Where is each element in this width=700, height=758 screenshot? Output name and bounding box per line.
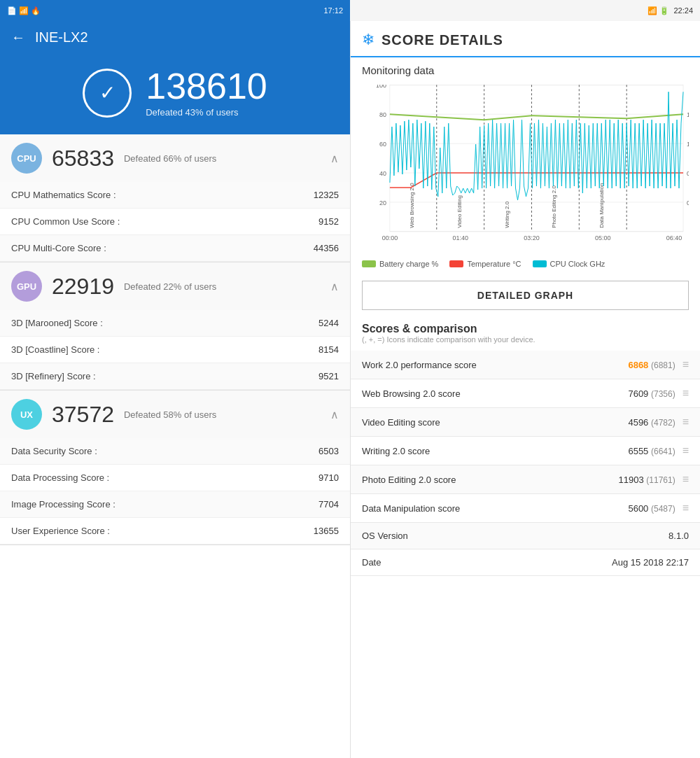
- info-row-os: OS Version 8.1.0: [351, 523, 700, 549]
- equals-icon: ≡: [682, 502, 689, 514]
- table-row: 3D [Coastline] Score : 8154: [0, 337, 350, 363]
- web-score-number: 7609: [628, 388, 648, 399]
- equals-icon: ≡: [682, 387, 689, 400]
- svg-text:80: 80: [379, 111, 386, 118]
- svg-text:1.6GHz: 1.6GHz: [687, 111, 689, 118]
- cpu-header[interactable]: CPU 65833 Defeated 66% of users ∧: [0, 134, 350, 182]
- cpu-label: CPU: [17, 153, 36, 164]
- cpu-score: 65833: [52, 146, 114, 171]
- os-label: OS Version: [362, 531, 668, 541]
- legend-battery-label: Battery charge %: [379, 260, 438, 268]
- ux-dataproc-value: 9710: [318, 472, 339, 483]
- data-score-reference: (5487): [651, 504, 676, 514]
- right-header: ❄ SCORE DETAILS: [351, 21, 700, 57]
- ux-defeated: Defeated 58% of users: [124, 409, 321, 420]
- date-value: Aug 15 2018 22:17: [612, 557, 689, 568]
- cpu-chevron-icon: ∧: [330, 152, 339, 165]
- monitoring-chart: 100 80 60 40 20 1.6GHz 1.2GHz 0.8GHz 0.4…: [362, 85, 689, 253]
- table-row: Data Security Score : 6503: [0, 438, 350, 465]
- device-name: INE-LX2: [35, 29, 88, 45]
- equals-icon: ≡: [682, 444, 689, 457]
- legend-battery-color: [362, 260, 376, 267]
- web-score-value: 7609 (7356): [628, 388, 675, 399]
- score-info: 138610 Defeated 43% of users: [146, 68, 267, 118]
- ux-userexp-label: User Experience Score :: [11, 526, 110, 536]
- chart-legend: Battery charge % Temperature °C CPU Cloc…: [351, 255, 700, 275]
- score-banner: ✓ 138610 Defeated 43% of users: [0, 54, 350, 134]
- gpu-marooned-value: 5244: [318, 318, 339, 328]
- web-score-label: Web Browsing 2.0 score: [362, 388, 628, 399]
- scores-section: Scores & comparison (, +, =) Icons indic…: [351, 316, 700, 351]
- svg-text:20: 20: [379, 199, 386, 206]
- main-content: ← INE-LX2 ✓ 138610 Defeated 43% of users…: [0, 21, 700, 758]
- gpu-refinery-label: 3D [Refinery] Score :: [11, 371, 96, 381]
- monitoring-section: Monitoring data: [351, 57, 700, 85]
- photo-score-number: 11903: [619, 475, 644, 485]
- detailed-graph-button[interactable]: DETAILED GRAPH: [362, 281, 689, 310]
- date-label: Date: [362, 557, 612, 568]
- svg-text:05:00: 05:00: [595, 234, 610, 241]
- legend-temperature: Temperature °C: [449, 260, 521, 268]
- table-row: CPU Mathematics Score : 12325: [0, 182, 350, 209]
- table-row: CPU Multi-Core Score : 44356: [0, 235, 350, 262]
- ux-userexp-value: 13655: [314, 526, 339, 536]
- table-row: CPU Common Use Score : 9152: [0, 209, 350, 235]
- snowflake-icon: ❄: [362, 31, 374, 49]
- ux-chevron-icon: ∧: [330, 408, 339, 421]
- cpu-multi-label: CPU Multi-Core Score :: [11, 243, 106, 253]
- comparison-row-photo: Photo Editing 2.0 score 11903 (11761) ≡: [351, 465, 700, 494]
- svg-text:40: 40: [379, 170, 386, 177]
- equals-icon: ≡: [682, 416, 689, 428]
- legend-cpu-clock: CPU Clock GHz: [533, 260, 606, 268]
- equals-icon: ≡: [682, 358, 689, 371]
- ux-imgproc-value: 7704: [318, 499, 339, 510]
- gpu-coastline-label: 3D [Coastline] Score :: [11, 344, 99, 355]
- photo-score-label: Photo Editing 2.0 score: [362, 475, 619, 485]
- cpu-math-value: 12325: [314, 190, 339, 200]
- back-button[interactable]: ←: [11, 29, 25, 45]
- ux-datasec-label: Data Security Score :: [11, 446, 97, 456]
- score-circle: ✓: [83, 69, 132, 118]
- data-score-label: Data Manipulation score: [362, 503, 628, 514]
- table-row: User Experience Score : 13655: [0, 518, 350, 545]
- ux-score: 37572: [52, 402, 114, 428]
- svg-text:Photo Editing 2.0: Photo Editing 2.0: [551, 185, 557, 228]
- video-score-label: Video Editing score: [362, 417, 628, 428]
- main-score: 138610: [146, 68, 267, 104]
- svg-text:Web Browsing 2.0: Web Browsing 2.0: [409, 183, 415, 228]
- ux-badge: UX: [11, 399, 42, 430]
- ux-datasec-value: 6503: [318, 446, 339, 456]
- work-score-reference: (6881): [651, 360, 676, 370]
- comparison-row-web: Web Browsing 2.0 score 7609 (7356) ≡: [351, 379, 700, 408]
- monitoring-title: Monitoring data: [362, 64, 689, 76]
- right-status-time: 22:24: [673, 6, 693, 15]
- writing-score-value: 6555 (6641): [628, 446, 675, 456]
- svg-text:06:40: 06:40: [666, 234, 682, 241]
- cpu-common-value: 9152: [318, 216, 339, 227]
- svg-text:100: 100: [376, 85, 386, 89]
- left-status-time: 17:12: [323, 6, 343, 15]
- info-row-date: Date Aug 15 2018 22:17: [351, 549, 700, 576]
- ux-header[interactable]: UX 37572 Defeated 58% of users ∧: [0, 391, 350, 438]
- equals-icon: ≡: [682, 473, 689, 486]
- right-panel: ❄ SCORE DETAILS Monitoring data 100: [350, 21, 700, 758]
- gpu-chevron-icon: ∧: [330, 280, 339, 293]
- right-status-icons: 📶 🔋: [648, 6, 669, 15]
- gpu-section: GPU 22919 Defeated 22% of users ∧ 3D [Ma…: [0, 262, 350, 391]
- legend-cpu-label: CPU Clock GHz: [550, 260, 606, 268]
- data-score-number: 5600: [628, 503, 648, 514]
- photo-score-value: 11903 (11761): [619, 475, 676, 485]
- gpu-label: GPU: [17, 281, 36, 292]
- ux-imgproc-label: Image Processing Score :: [11, 499, 115, 510]
- comparison-row-data: Data Manipulation score 5600 (5487) ≡: [351, 494, 700, 523]
- legend-temp-label: Temperature °C: [467, 260, 521, 268]
- score-subtitle: Defeated 43% of users: [146, 107, 267, 118]
- gpu-header[interactable]: GPU 22919 Defeated 22% of users ∧: [0, 262, 350, 310]
- gpu-badge: GPU: [11, 271, 42, 302]
- os-value: 8.1.0: [668, 531, 689, 541]
- video-score-reference: (4782): [651, 418, 676, 428]
- work-score-label: Work 2.0 performance score: [362, 360, 628, 370]
- left-panel: ← INE-LX2 ✓ 138610 Defeated 43% of users…: [0, 21, 350, 758]
- gpu-refinery-value: 9521: [318, 371, 339, 381]
- svg-text:1.2GHz: 1.2GHz: [687, 141, 689, 148]
